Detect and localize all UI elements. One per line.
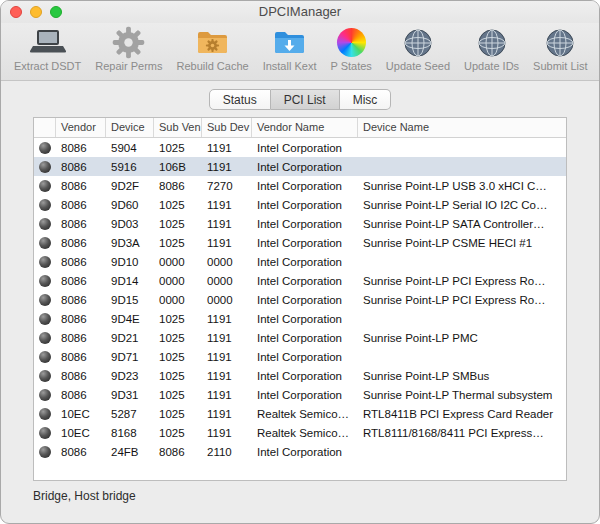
cell-device: 24FB bbox=[106, 446, 154, 458]
column-header-device[interactable]: Device bbox=[106, 118, 154, 137]
cell-sub-ven: 0000 bbox=[154, 275, 202, 287]
cell-vendor: 8086 bbox=[56, 256, 106, 268]
table-row[interactable]: 80869D2310251191Intel CorporationSunrise… bbox=[34, 366, 566, 385]
tab-pci-list[interactable]: PCI List bbox=[271, 89, 340, 110]
cell-device: 9D4E bbox=[106, 313, 154, 325]
table-row[interactable]: 10EC528710251191Realtek Semico…RTL8411B … bbox=[34, 404, 566, 423]
device-icon-cell bbox=[34, 294, 56, 306]
cell-sub-ven: 1025 bbox=[154, 370, 202, 382]
app-window: DPCIManager Extract DSDT bbox=[0, 0, 600, 524]
tab-status[interactable]: Status bbox=[209, 89, 271, 110]
column-header-vendor-name[interactable]: Vendor Name bbox=[252, 118, 358, 137]
device-icon-cell bbox=[34, 389, 56, 401]
table-row[interactable]: 80869D3A10251191Intel CorporationSunrise… bbox=[34, 233, 566, 252]
cell-device-name: RTL8111/8168/8411 PCI Express… bbox=[358, 427, 566, 439]
chip-icon bbox=[39, 237, 51, 249]
cell-sub-dev: 1191 bbox=[202, 351, 252, 363]
table-row[interactable]: 80869D1000000000Intel Corporation bbox=[34, 252, 566, 271]
cell-vendor-name: Intel Corporation bbox=[252, 180, 358, 192]
chip-icon bbox=[39, 180, 51, 192]
table-row[interactable]: 80869D6010251191Intel CorporationSunrise… bbox=[34, 195, 566, 214]
cell-vendor: 10EC bbox=[56, 408, 106, 420]
cell-sub-dev: 1191 bbox=[202, 142, 252, 154]
cell-device: 9D2F bbox=[106, 180, 154, 192]
chip-icon bbox=[39, 199, 51, 211]
cell-sub-dev: 0000 bbox=[202, 294, 252, 306]
table-row[interactable]: 80869D3110251191Intel CorporationSunrise… bbox=[34, 385, 566, 404]
toolbar-submit-list[interactable]: Submit List bbox=[526, 25, 594, 72]
cell-sub-dev: 2110 bbox=[202, 446, 252, 458]
toolbar-install-kext[interactable]: Install Kext bbox=[256, 25, 324, 72]
device-icon-cell bbox=[34, 446, 56, 458]
cell-device: 9D21 bbox=[106, 332, 154, 344]
chip-icon bbox=[39, 351, 51, 363]
cell-vendor: 8086 bbox=[56, 275, 106, 287]
folder-download-icon bbox=[273, 25, 306, 60]
title-bar[interactable]: DPCIManager bbox=[1, 1, 599, 23]
table-row[interactable]: 80869D2110251191Intel CorporationSunrise… bbox=[34, 328, 566, 347]
minimize-button[interactable] bbox=[30, 6, 42, 18]
cell-device: 9D10 bbox=[106, 256, 154, 268]
close-button[interactable] bbox=[10, 6, 22, 18]
table-row[interactable]: 80869D1500000000Intel CorporationSunrise… bbox=[34, 290, 566, 309]
cell-vendor: 8086 bbox=[56, 294, 106, 306]
table-row[interactable]: 80865916106B1191Intel Corporation bbox=[34, 157, 566, 176]
toolbar-extract-dsdt[interactable]: Extract DSDT bbox=[7, 25, 88, 72]
cell-device-name: Sunrise Point-LP Thermal subsystem bbox=[358, 389, 566, 401]
column-header-icon[interactable] bbox=[34, 118, 56, 137]
table-row[interactable]: 808624FB80862110Intel Corporation bbox=[34, 442, 566, 461]
device-icon-cell bbox=[34, 275, 56, 287]
device-icon-cell bbox=[34, 256, 56, 268]
toolbar-update-seed[interactable]: Update Seed bbox=[379, 25, 457, 72]
chip-icon bbox=[39, 408, 51, 420]
cell-device: 9D3A bbox=[106, 237, 154, 249]
table-row[interactable]: 10EC816810251191Realtek Semico…RTL8111/8… bbox=[34, 423, 566, 442]
table-row[interactable]: 80869D2F80867270Intel CorporationSunrise… bbox=[34, 176, 566, 195]
toolbar-update-ids[interactable]: Update IDs bbox=[457, 25, 526, 72]
chip-icon bbox=[39, 427, 51, 439]
table-row[interactable]: 80869D4E10251191Intel Corporation bbox=[34, 309, 566, 328]
zoom-button[interactable] bbox=[50, 6, 62, 18]
table-row[interactable]: 80869D7110251191Intel Corporation bbox=[34, 347, 566, 366]
cell-device: 8168 bbox=[106, 427, 154, 439]
cell-sub-dev: 1191 bbox=[202, 161, 252, 173]
table-header: Vendor Device Sub Ven Sub Dev Vendor Nam… bbox=[34, 118, 566, 138]
cell-device: 9D23 bbox=[106, 370, 154, 382]
cell-vendor-name: Intel Corporation bbox=[252, 313, 358, 325]
chip-icon bbox=[39, 161, 51, 173]
cell-vendor: 8086 bbox=[56, 199, 106, 211]
cell-device: 9D71 bbox=[106, 351, 154, 363]
cell-sub-ven: 1025 bbox=[154, 313, 202, 325]
table-row[interactable]: 80869D0310251191Intel CorporationSunrise… bbox=[34, 214, 566, 233]
cell-vendor-name: Realtek Semico… bbox=[252, 427, 358, 439]
toolbar-repair-perms[interactable]: Repair Perms bbox=[88, 25, 169, 72]
column-header-sub-dev[interactable]: Sub Dev bbox=[202, 118, 252, 137]
column-header-device-name[interactable]: Device Name bbox=[358, 118, 566, 137]
toolbar: Extract DSDT Repair Perms bbox=[1, 23, 599, 81]
toolbar-label: Update IDs bbox=[464, 60, 519, 72]
column-header-vendor[interactable]: Vendor bbox=[56, 118, 106, 137]
cell-device-name: Sunrise Point-LP USB 3.0 xHCI C… bbox=[358, 180, 566, 192]
column-header-sub-ven[interactable]: Sub Ven bbox=[154, 118, 202, 137]
chip-icon bbox=[39, 256, 51, 268]
cell-vendor-name: Intel Corporation bbox=[252, 446, 358, 458]
cell-sub-ven: 1025 bbox=[154, 408, 202, 420]
toolbar-label: Extract DSDT bbox=[14, 60, 81, 72]
chip-icon bbox=[39, 446, 51, 458]
cell-device-name: Sunrise Point-LP PCI Express Ro… bbox=[358, 275, 566, 287]
cell-device: 9D14 bbox=[106, 275, 154, 287]
tab-misc[interactable]: Misc bbox=[340, 89, 392, 110]
table-row[interactable]: 80869D1400000000Intel CorporationSunrise… bbox=[34, 271, 566, 290]
cell-sub-ven: 1025 bbox=[154, 142, 202, 154]
toolbar-rebuild-cache[interactable]: Rebuild Cache bbox=[169, 25, 255, 72]
cell-sub-dev: 1191 bbox=[202, 237, 252, 249]
cell-sub-ven: 8086 bbox=[154, 446, 202, 458]
cell-vendor-name: Intel Corporation bbox=[252, 161, 358, 173]
cell-sub-dev: 1191 bbox=[202, 218, 252, 230]
device-icon-cell bbox=[34, 218, 56, 230]
cell-device: 9D03 bbox=[106, 218, 154, 230]
table-row[interactable]: 8086590410251191Intel Corporation bbox=[34, 138, 566, 157]
toolbar-p-states[interactable]: P States bbox=[323, 25, 378, 72]
toolbar-label: Submit List bbox=[533, 60, 587, 72]
globe-icon bbox=[403, 25, 433, 60]
